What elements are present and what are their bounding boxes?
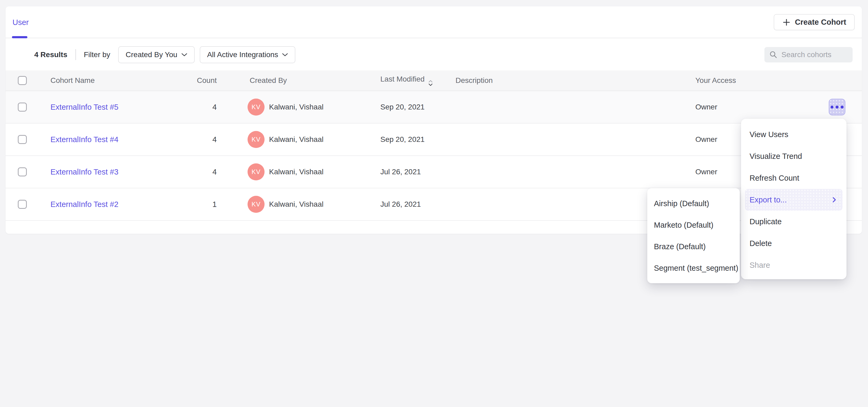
tab-user-label: User: [12, 18, 29, 27]
ellipsis-icon: [841, 106, 843, 109]
ellipsis-icon: [831, 106, 834, 109]
menu-item-share: Share: [741, 254, 846, 276]
created-by-name: Kalwani, Vishaal: [269, 200, 323, 209]
cohorts-page: { "tabs": { "user_label": "User" }, "hea…: [0, 0, 868, 407]
avatar: KV: [248, 99, 265, 116]
filter-bar: 4 Results Filter by Created By You All A…: [6, 39, 862, 70]
column-header-last-modified[interactable]: Last Modified: [380, 75, 433, 86]
submenu-item-label: Braze (Default): [654, 242, 706, 251]
row-actions-context-menu: View Users Visualize Trend Refresh Count…: [741, 119, 846, 279]
created-by-filter-dropdown[interactable]: Created By You: [118, 46, 195, 63]
results-count: 4 Results: [34, 51, 67, 59]
integrations-filter-value: All Active Integrations: [207, 51, 278, 59]
cohort-name-link[interactable]: ExternalInfo Test #4: [51, 135, 119, 144]
cohort-name-link[interactable]: ExternalInfo Test #2: [51, 200, 119, 209]
column-header-cohort-name: Cohort Name: [51, 76, 95, 85]
export-to-submenu: Airship (Default) Marketo (Default) Braz…: [647, 188, 740, 283]
table-row[interactable]: ExternalInfo Test #5 4 KV Kalwani, Visha…: [6, 91, 862, 124]
cohort-count: 4: [213, 135, 217, 144]
menu-item-export-to[interactable]: Export to...: [745, 189, 842, 211]
menu-item-label: Share: [749, 261, 770, 270]
submenu-item-label: Airship (Default): [654, 199, 709, 208]
menu-item-delete[interactable]: Delete: [741, 232, 846, 254]
cohort-name-link[interactable]: ExternalInfo Test #3: [51, 168, 119, 177]
create-cohort-button[interactable]: Create Cohort: [774, 14, 855, 30]
created-by-name: Kalwani, Vishaal: [269, 168, 323, 176]
cohort-name-link[interactable]: ExternalInfo Test #5: [51, 103, 119, 112]
create-cohort-label: Create Cohort: [795, 18, 846, 27]
row-checkbox[interactable]: [18, 200, 27, 209]
table-header-row: Cohort Name Count Created By Last Modifi…: [6, 70, 862, 91]
avatar: KV: [248, 196, 265, 213]
submenu-item-marketo[interactable]: Marketo (Default): [647, 214, 740, 236]
menu-item-label: Duplicate: [749, 217, 782, 226]
search-icon: [769, 51, 778, 59]
last-modified-date: Sep 20, 2021: [380, 103, 425, 111]
menu-item-visualize-trend[interactable]: Visualize Trend: [741, 145, 846, 167]
menu-item-label: Delete: [749, 239, 772, 248]
column-header-count: Count: [197, 76, 217, 85]
row-checkbox[interactable]: [18, 135, 27, 144]
access-value: Owner: [695, 103, 717, 111]
plus-icon: [782, 18, 791, 27]
created-by-name: Kalwani, Vishaal: [269, 103, 323, 111]
menu-item-label: View Users: [749, 130, 788, 139]
last-modified-label: Last Modified: [380, 75, 425, 83]
cohort-count: 4: [213, 168, 217, 177]
ellipsis-icon: [836, 106, 839, 109]
select-all-checkbox[interactable]: [18, 76, 27, 85]
menu-item-duplicate[interactable]: Duplicate: [741, 211, 846, 232]
filter-by-label: Filter by: [84, 51, 111, 59]
submenu-item-label: Segment (test_segment): [654, 264, 738, 273]
access-value: Owner: [695, 168, 717, 176]
sort-icon[interactable]: [428, 80, 433, 86]
column-header-description: Description: [456, 76, 493, 85]
created-by-name: Kalwani, Vishaal: [269, 135, 323, 144]
menu-item-refresh-count[interactable]: Refresh Count: [741, 167, 846, 189]
last-modified-date: Sep 20, 2021: [380, 135, 425, 144]
avatar: KV: [248, 163, 265, 180]
row-checkbox[interactable]: [18, 167, 27, 177]
submenu-item-segment[interactable]: Segment (test_segment): [647, 257, 740, 279]
active-tab-underline: [12, 36, 27, 38]
menu-item-label: Export to...: [749, 195, 787, 204]
cohort-count: 4: [213, 103, 217, 112]
submenu-item-airship[interactable]: Airship (Default): [647, 193, 740, 214]
menu-item-label: Visualize Trend: [749, 152, 802, 161]
column-header-your-access: Your Access: [695, 76, 736, 85]
search-cohorts-box: [765, 47, 852, 62]
created-by-filter-value: Created By You: [126, 51, 178, 59]
table-row[interactable]: ExternalInfo Test #4 4 KV Kalwani, Visha…: [6, 124, 862, 156]
menu-item-view-users[interactable]: View Users: [741, 124, 846, 145]
last-modified-date: Jul 26, 2021: [380, 200, 421, 209]
table-row[interactable]: ExternalInfo Test #3 4 KV Kalwani, Visha…: [6, 156, 862, 188]
chevron-down-icon: [282, 53, 288, 57]
submenu-item-label: Marketo (Default): [654, 221, 713, 229]
row-checkbox[interactable]: [18, 102, 27, 112]
tabs-row: User Create Cohort: [6, 6, 862, 38]
access-value: Owner: [695, 135, 717, 144]
more-actions-button[interactable]: [829, 99, 845, 116]
chevron-down-icon: [181, 53, 187, 57]
search-cohorts-input[interactable]: [781, 51, 868, 59]
avatar: KV: [248, 131, 265, 148]
chevron-right-icon: [832, 197, 836, 203]
last-modified-date: Jul 26, 2021: [380, 168, 421, 176]
menu-item-label: Refresh Count: [749, 174, 799, 183]
column-header-created-by: Created By: [250, 76, 287, 85]
tab-user[interactable]: User: [12, 6, 29, 38]
submenu-item-braze[interactable]: Braze (Default): [647, 236, 740, 257]
integrations-filter-dropdown[interactable]: All Active Integrations: [200, 46, 296, 63]
divider: [75, 49, 76, 60]
cohort-count: 1: [213, 200, 217, 209]
